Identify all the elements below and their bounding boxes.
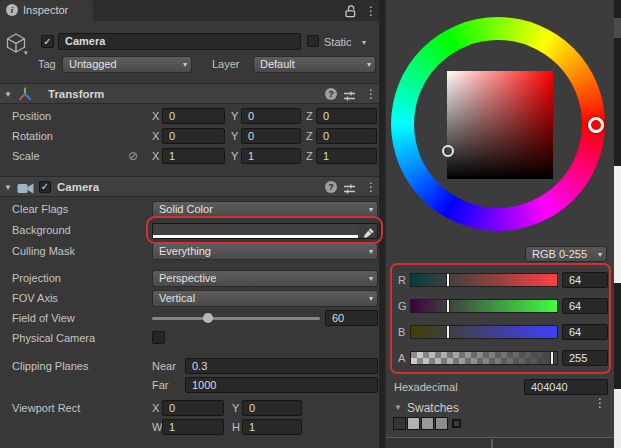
position-label: Position: [12, 110, 51, 122]
constrain-proportions-broken-link-icon[interactable]: ⊘: [128, 149, 138, 163]
swatch-4[interactable]: [435, 417, 448, 430]
static-dropdown-icon[interactable]: ▾: [362, 38, 366, 47]
gameobject-name-field[interactable]: Camera: [58, 33, 301, 50]
transform-kebab-icon[interactable]: ⋮: [365, 87, 377, 101]
help-icon[interactable]: ?: [325, 181, 337, 193]
scale-x-field[interactable]: 1: [162, 148, 225, 164]
background-label: Background: [12, 224, 71, 236]
viewport-y-field[interactable]: 0: [242, 400, 302, 416]
saturation-value-handle[interactable]: [442, 145, 454, 157]
camera-kebab-icon[interactable]: ⋮: [365, 180, 377, 194]
scrollbar-thumb[interactable]: [614, 18, 621, 38]
swatches-kebab-icon[interactable]: ⋮: [594, 396, 606, 410]
blue-value-field[interactable]: 64: [562, 324, 608, 340]
layer-label: Layer: [212, 58, 240, 70]
static-label: Static: [324, 36, 352, 48]
clear-flags-dropdown[interactable]: Solid Color ▾: [152, 201, 378, 218]
clear-flags-value: Solid Color: [159, 203, 213, 215]
field-of-view-value-field[interactable]: 60: [325, 310, 378, 326]
projection-value: Perspective: [159, 272, 216, 284]
presets-icon[interactable]: [343, 88, 356, 106]
hexadecimal-label: Hexadecimal: [394, 381, 458, 393]
foldout-icon[interactable]: ▼: [4, 183, 12, 192]
viewport-h-field[interactable]: 1: [242, 419, 302, 435]
tag-dropdown[interactable]: Untagged ▾: [62, 56, 192, 73]
blue-slider[interactable]: [410, 325, 558, 339]
scale-y-field[interactable]: 1: [241, 148, 301, 164]
dropdown-arrow-icon: ▾: [367, 60, 371, 69]
near-field[interactable]: 0.3: [185, 358, 378, 374]
color-mode-dropdown[interactable]: RGB 0-255 ▾: [525, 246, 607, 262]
hue-ring-handle[interactable]: [588, 117, 604, 133]
check-icon: ✓: [40, 182, 50, 192]
field-of-view-slider[interactable]: [152, 317, 320, 320]
layer-value: Default: [260, 58, 295, 70]
axis-z-label: Z: [306, 130, 313, 142]
camera-enabled-checkbox[interactable]: ✓: [39, 181, 51, 193]
inspector-menu-kebab-icon[interactable]: ⋮: [365, 4, 377, 18]
viewport-w-field[interactable]: 1: [162, 419, 224, 435]
gameobject-active-checkbox[interactable]: ✓: [41, 35, 54, 48]
fov-axis-dropdown[interactable]: Vertical ▾: [152, 290, 378, 307]
viewport-rect-label: Viewport Rect: [12, 402, 80, 414]
tab-label: Inspector: [23, 4, 68, 16]
culling-mask-value: Everything: [159, 245, 211, 257]
rotation-y-field[interactable]: 0: [241, 128, 301, 144]
red-slider[interactable]: [410, 273, 558, 287]
green-slider-handle[interactable]: [446, 299, 450, 313]
alpha-value-field[interactable]: 255: [562, 350, 608, 366]
dropdown-arrow-icon: ▾: [369, 294, 373, 303]
transform-title: Transform: [48, 88, 104, 100]
lock-icon[interactable]: [344, 4, 357, 22]
blue-slider-label: B: [398, 326, 405, 338]
scale-label: Scale: [12, 150, 40, 162]
rotation-z-field[interactable]: 0: [316, 128, 377, 144]
swatch-1[interactable]: [393, 417, 406, 430]
add-swatch-button[interactable]: [452, 419, 461, 428]
camera-header[interactable]: ▼ ✓ Camera ? ⋮: [0, 176, 379, 197]
static-checkbox[interactable]: [307, 35, 319, 47]
foldout-icon[interactable]: ▼: [4, 90, 12, 99]
eyedropper-icon[interactable]: [363, 225, 375, 243]
position-x-field[interactable]: 0: [162, 108, 225, 124]
swatches-label: Swatches: [407, 401, 459, 415]
gameobject-icon-dropdown-icon[interactable]: ▾: [24, 49, 28, 57]
dropdown-arrow-icon: ▾: [369, 274, 373, 283]
clipping-planes-label: Clipping Planes: [12, 360, 88, 372]
position-y-field[interactable]: 0: [241, 108, 301, 124]
green-slider[interactable]: [410, 299, 558, 313]
camera-icon: [17, 181, 35, 199]
tag-label: Tag: [38, 58, 56, 70]
layer-dropdown[interactable]: Default ▾: [253, 56, 376, 73]
culling-mask-dropdown[interactable]: Everything ▾: [152, 243, 378, 260]
transform-header[interactable]: ▼ Transform ? ⋮: [0, 83, 379, 104]
swatches-foldout-icon[interactable]: ▼: [394, 403, 402, 412]
presets-icon[interactable]: [343, 181, 356, 199]
blue-slider-handle[interactable]: [446, 325, 450, 339]
position-z-field[interactable]: 0: [316, 108, 377, 124]
horizontal-scrollbar[interactable]: [386, 437, 615, 448]
physical-camera-checkbox[interactable]: [152, 331, 165, 344]
help-icon[interactable]: ?: [325, 88, 337, 100]
alpha-slider-handle[interactable]: [550, 351, 554, 365]
hexadecimal-field[interactable]: 404040: [524, 379, 608, 395]
projection-dropdown[interactable]: Perspective ▾: [152, 270, 378, 287]
scale-z-field[interactable]: 1: [316, 148, 377, 164]
rotation-x-field[interactable]: 0: [162, 128, 225, 144]
background-window-edge: [614, 0, 621, 448]
swatch-3[interactable]: [421, 417, 434, 430]
tag-value: Untagged: [69, 58, 117, 70]
alpha-slider[interactable]: [410, 351, 558, 365]
green-value-field[interactable]: 64: [562, 298, 608, 314]
saturation-value-square[interactable]: [447, 71, 553, 179]
viewport-x-field[interactable]: 0: [162, 400, 224, 416]
field-of-view-slider-handle[interactable]: [203, 313, 213, 323]
dropdown-arrow-icon: ▾: [183, 60, 187, 69]
background-color-field[interactable]: [152, 223, 378, 239]
tab-inspector[interactable]: i Inspector: [0, 0, 93, 21]
swatch-2[interactable]: [407, 417, 420, 430]
red-value-field[interactable]: 64: [562, 272, 608, 288]
near-label: Near: [152, 360, 176, 372]
red-slider-handle[interactable]: [446, 273, 450, 287]
far-field[interactable]: 1000: [185, 377, 378, 393]
